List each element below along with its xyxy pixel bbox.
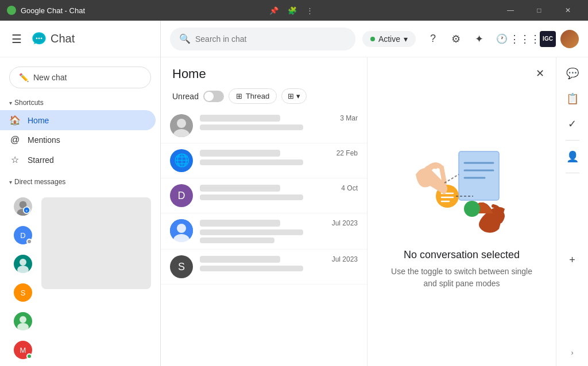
- chat-avatar-2: 🌐: [170, 149, 193, 172]
- svg-point-11: [17, 323, 29, 330]
- dm-arrow: ▾: [9, 179, 12, 185]
- maximize-button[interactable]: □: [526, 0, 552, 21]
- magic-button[interactable]: ✦: [469, 29, 489, 49]
- search-box[interactable]: 🔍: [170, 28, 355, 50]
- titlebar-ext-icon[interactable]: 🧩: [285, 4, 299, 17]
- main-content: 🔍 Active ▾ ? ⚙ ✦ 🕐: [161, 21, 588, 366]
- chat-avatar-4: [170, 219, 193, 242]
- brand-logos: IGC: [540, 31, 556, 47]
- chat-name-row-5: Jul 2023: [200, 255, 358, 263]
- chat-item[interactable]: 🌐 22 Feb: [161, 143, 367, 178]
- titlebar-extra: 📌 🧩 ⋮: [267, 4, 316, 17]
- dm-status-2: [26, 239, 32, 244]
- no-conv-illustration: [404, 134, 519, 237]
- home-icon: 🏠: [9, 115, 21, 126]
- chat-time-2: 22 Feb: [336, 149, 358, 157]
- chat-preview-3: [200, 194, 303, 200]
- search-input[interactable]: [195, 34, 346, 44]
- dm-item-1[interactable]: +: [9, 194, 37, 219]
- sidebar-item-home[interactable]: 🏠 Home: [0, 110, 156, 130]
- far-right-add-button[interactable]: +: [561, 248, 584, 271]
- thread-label: Thread: [246, 92, 269, 100]
- svg-point-28: [464, 201, 480, 217]
- chat-name-4: [200, 220, 280, 227]
- chat-name-2: [200, 150, 280, 157]
- apps-grid-button[interactable]: ⋮⋮⋮: [514, 29, 535, 49]
- dm-item-3[interactable]: [9, 251, 37, 277]
- svg-point-16: [177, 224, 186, 233]
- chat-item[interactable]: Jul 2023: [161, 213, 367, 250]
- home-title: Home: [172, 67, 355, 81]
- far-right-chat-button[interactable]: 💬: [561, 62, 584, 85]
- mentions-icon: @: [9, 135, 21, 145]
- dm-preview-blurred: [41, 197, 151, 289]
- chat-time-5: Jul 2023: [332, 255, 358, 263]
- grid-icon: ⋮⋮⋮: [509, 33, 540, 45]
- chat-time-3: 4 Oct: [341, 184, 358, 192]
- far-right-tasks-icon: ✓: [568, 118, 577, 130]
- shortcuts-label: Shortcuts: [14, 99, 44, 107]
- brand-logo-1: IGC: [540, 31, 556, 47]
- new-chat-button[interactable]: ✏️ New chat: [9, 67, 151, 88]
- chat-avatar-5: S: [170, 255, 193, 278]
- titlebar: Google Chat - Chat 📌 🧩 ⋮ — □ ✕: [0, 0, 588, 21]
- chat-area: Home Unread ⊞ Thread: [161, 57, 588, 366]
- dm-item-4[interactable]: S: [9, 280, 37, 305]
- chat-item[interactable]: S Jul 2023: [161, 250, 367, 285]
- no-conv-subtitle: Use the toggle to switch between singlea…: [391, 266, 532, 290]
- chat-info-3: 4 Oct: [200, 184, 358, 200]
- chat-item[interactable]: D 4 Oct: [161, 178, 367, 213]
- far-right-tasks-button[interactable]: ✓: [561, 112, 584, 135]
- chat-logo-icon: [31, 31, 47, 47]
- shortcuts-section-header[interactable]: ▾ Shortcuts: [0, 95, 160, 110]
- view-button[interactable]: ⊞ ▾: [281, 88, 307, 104]
- chat-time-4: Jul 2023: [332, 219, 358, 227]
- app-favicon: [7, 6, 16, 15]
- chat-info-4: Jul 2023: [200, 219, 358, 243]
- chat-list-panel: Home Unread ⊞ Thread: [161, 57, 368, 366]
- sidebar: ☰ Chat ✏️ New chat: [0, 21, 161, 366]
- chat-time-1: 3 Mar: [340, 114, 358, 122]
- dm-item-5[interactable]: [9, 309, 37, 334]
- sidebar-item-starred[interactable]: ☆ Starred: [0, 150, 156, 170]
- unread-toggle-switch[interactable]: [203, 91, 224, 102]
- far-right-notes-button[interactable]: 📋: [561, 87, 584, 110]
- active-chevron: ▾: [404, 34, 408, 44]
- dm-label: Direct messages: [14, 178, 65, 186]
- settings-button[interactable]: ⚙: [446, 29, 466, 49]
- app-name-label: Chat: [51, 32, 75, 45]
- hamburger-button[interactable]: ☰: [9, 30, 24, 48]
- close-right-button[interactable]: ✕: [531, 64, 549, 83]
- chat-preview-5: [200, 266, 303, 271]
- dm-item-6[interactable]: M: [9, 337, 37, 363]
- chat-name-5: [200, 256, 280, 263]
- titlebar-more-icon[interactable]: ⋮: [304, 4, 316, 17]
- user-avatar[interactable]: [560, 30, 579, 48]
- far-right-contacts-button[interactable]: 👤: [561, 145, 584, 168]
- far-right-toolbar: 💬 📋 ✓ 👤 + ›: [556, 57, 588, 366]
- svg-point-10: [20, 316, 26, 323]
- far-right-chevron-button[interactable]: ›: [567, 344, 578, 361]
- help-button[interactable]: ?: [423, 29, 443, 49]
- chat-item[interactable]: 3 Mar: [161, 108, 367, 143]
- active-dot: [370, 37, 375, 41]
- sidebar-content: ✏️ New chat ▾ Shortcuts 🏠 Home @ Mention…: [0, 57, 160, 366]
- chat-avatar-3: D: [170, 184, 193, 207]
- far-right-contacts-icon: 👤: [566, 150, 579, 163]
- close-button[interactable]: ✕: [555, 0, 581, 21]
- chat-name-row-1: 3 Mar: [200, 114, 358, 122]
- top-icons: ? ⚙ ✦ 🕐 ⋮⋮⋮ IGC: [423, 29, 579, 49]
- app-logo: Chat: [31, 31, 75, 47]
- dm-section-header[interactable]: ▾ Direct messages: [0, 174, 160, 189]
- sidebar-item-mentions[interactable]: @ Mentions: [0, 130, 156, 150]
- dm-item-2[interactable]: D: [9, 223, 37, 248]
- active-label: Active: [378, 34, 400, 44]
- titlebar-pin-icon[interactable]: 📌: [267, 4, 281, 17]
- chat-list: 3 Mar 🌐 22 Feb: [161, 108, 367, 366]
- svg-rect-18: [459, 151, 499, 200]
- minimize-button[interactable]: —: [497, 0, 524, 21]
- active-status-button[interactable]: Active ▾: [362, 31, 416, 47]
- chat-info-1: 3 Mar: [200, 114, 358, 130]
- far-right-chevron-icon: ›: [571, 349, 574, 357]
- thread-button[interactable]: ⊞ Thread: [229, 88, 277, 104]
